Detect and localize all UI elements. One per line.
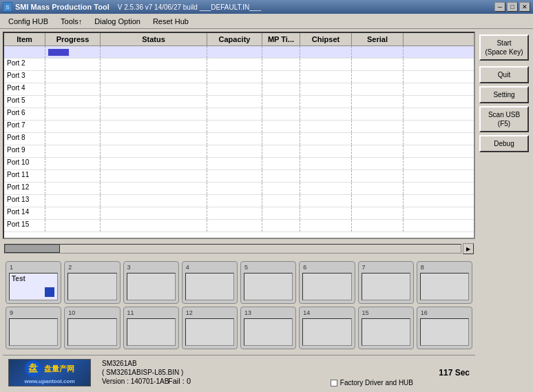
version-label: Version : (102, 378, 129, 385)
cell-status (101, 96, 207, 107)
port-number-8: 8 (419, 263, 470, 271)
port-number-4: 4 (184, 263, 236, 271)
cell-status (101, 220, 207, 231)
cell-capacity (207, 170, 262, 182)
cell-capacity (207, 133, 262, 145)
cell-mpti (262, 170, 300, 182)
main-content: Item Progress Status Capacity MP Ti... C… (0, 29, 533, 392)
port-display-12 (185, 318, 234, 346)
table-row[interactable]: Port 2 (4, 59, 474, 71)
scrollbar-thumb[interactable] (5, 245, 60, 253)
port-cell-12[interactable]: 12 (182, 307, 238, 349)
setting-button[interactable]: Setting (479, 86, 529, 103)
menu-tools[interactable]: Tools↑ (55, 16, 87, 27)
port-number-9: 9 (8, 309, 59, 317)
port-grid-row2: 9 10 11 12 13 14 (3, 307, 475, 352)
port-cell-3[interactable]: 3 (123, 261, 179, 304)
cell-capacity (207, 158, 262, 169)
app-version: V 2.5.36 v7 14/06/27 build ___DEFAULT.IN… (118, 3, 261, 11)
logo-text-main: 盘量产网 (44, 364, 74, 374)
cell-item: Port 2 (4, 59, 45, 70)
logo-text-sub: www.upantool.com (24, 378, 74, 384)
cell-serial (352, 133, 404, 145)
port-display-7 (362, 273, 410, 300)
port-number-13: 13 (242, 309, 294, 317)
cell-status (101, 158, 207, 169)
cell-capacity (207, 195, 262, 207)
horizontal-scrollbar[interactable] (4, 244, 461, 254)
cell-serial (352, 158, 404, 169)
cell-item: Port 11 (4, 170, 45, 182)
port-cell-11[interactable]: 11 (123, 307, 179, 349)
table-row[interactable]: Port 3 (4, 71, 474, 83)
port-cell-10[interactable]: 10 (64, 307, 120, 349)
table-row[interactable] (4, 46, 474, 59)
col-header-chipset: Chipset (300, 33, 352, 45)
port-number-14: 14 (301, 309, 353, 317)
port-cell-16[interactable]: 16 (417, 307, 472, 349)
port-cell-4[interactable]: 4 (182, 261, 238, 304)
cell-chipset (300, 207, 352, 219)
port-cell-2[interactable]: 2 (64, 261, 120, 304)
menu-dialog-option[interactable]: Dialog Option (89, 16, 146, 27)
cell-chipset (300, 59, 352, 70)
table-row[interactable]: Port 14 (4, 207, 474, 220)
table-row[interactable]: Port 9 (4, 145, 474, 158)
right-panel: Start(Space Key) Quit Setting Scan USB(F… (478, 29, 533, 392)
cell-mpti (262, 108, 300, 120)
close-button[interactable]: ✕ (519, 2, 530, 12)
col-header-serial: Serial (352, 33, 404, 45)
port-cell-1[interactable]: 1 Test (6, 261, 61, 304)
cell-status (101, 83, 207, 95)
table-header: Item Progress Status Capacity MP Ti... C… (4, 33, 474, 46)
cell-progress (45, 158, 101, 169)
port-cell-15[interactable]: 15 (358, 307, 414, 349)
debug-button[interactable]: Debug (479, 135, 529, 152)
table-row[interactable]: Port 6 (4, 108, 474, 121)
status-bar: 盘 盘量产网 www.upantool.com SM3261AB ( SM326… (3, 355, 475, 389)
table-row[interactable]: Port 8 (4, 133, 474, 145)
maximize-button[interactable]: □ (507, 2, 518, 12)
table-row[interactable]: Port 10 (4, 158, 474, 170)
port-cell-8[interactable]: 8 (417, 261, 472, 304)
cell-capacity (207, 96, 262, 107)
table-row[interactable]: Port 12 (4, 183, 474, 195)
port-cell-5[interactable]: 5 (240, 261, 296, 304)
port-number-6: 6 (301, 263, 353, 271)
version-value: 140701-1AB (131, 378, 169, 385)
table-row[interactable]: Port 5 (4, 96, 474, 108)
table-row[interactable]: Port 13 (4, 195, 474, 207)
quit-button[interactable]: Quit (479, 66, 529, 83)
cell-mpti (262, 71, 300, 83)
start-button[interactable]: Start(Space Key) (479, 34, 529, 61)
cell-item: Port 7 (4, 121, 45, 132)
cell-progress (45, 195, 101, 207)
port-cell-13[interactable]: 13 (240, 307, 296, 349)
scan-usb-button[interactable]: Scan USB(F5) (479, 106, 529, 132)
minimize-button[interactable]: ─ (494, 2, 505, 12)
cell-progress (45, 121, 101, 132)
cell-status (101, 121, 207, 132)
cell-chipset (300, 71, 352, 83)
cell-status (101, 145, 207, 157)
table-row[interactable]: Port 7 (4, 121, 474, 133)
cell-status (101, 133, 207, 145)
table-row[interactable]: Port 15 (4, 220, 474, 232)
cell-capacity (207, 220, 262, 231)
cell-chipset (300, 220, 352, 231)
scroll-right-button[interactable]: ▶ (463, 243, 474, 254)
menu-reset-hub[interactable]: Reset Hub (147, 16, 194, 27)
port-display-6 (302, 273, 351, 300)
cell-item: Port 3 (4, 71, 45, 83)
port-cell-7[interactable]: 7 (358, 261, 414, 304)
port-cell-6[interactable]: 6 (299, 261, 355, 304)
port-cell-14[interactable]: 14 (299, 307, 355, 349)
table-row[interactable]: Port 11 (4, 170, 474, 183)
table-row[interactable]: Port 4 (4, 83, 474, 96)
cell-capacity (207, 83, 262, 95)
window-controls: ─ □ ✕ (494, 2, 530, 12)
left-panel: Item Progress Status Capacity MP Ti... C… (0, 29, 478, 392)
menu-config-hub[interactable]: Config HUB (3, 16, 54, 27)
port-cell-9[interactable]: 9 (6, 307, 61, 349)
factory-driver-checkbox[interactable] (331, 380, 337, 386)
